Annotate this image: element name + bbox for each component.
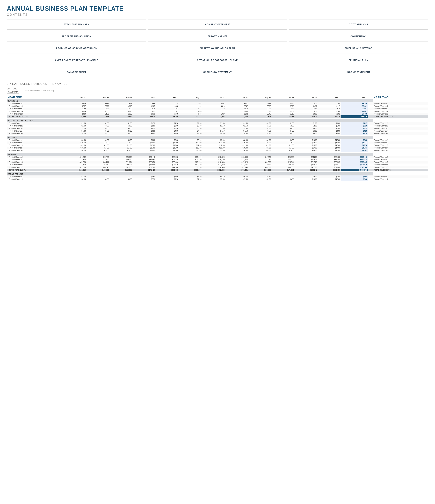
month-header-jul-27: Jul-27: [202, 96, 225, 99]
start-date-label: START DATE: [7, 88, 19, 90]
nav-item-3-year-sales-forecast---blank[interactable]: 3-YEAR SALES FORECAST - BLANK: [148, 55, 287, 65]
month-header-aug-27: Aug-27: [179, 96, 202, 99]
section-header: UNIT PRICE: [7, 136, 428, 139]
month-header-jun-27: Jun-27: [225, 96, 248, 99]
month-header-sep-27: Sep-27: [156, 96, 179, 99]
forecast-table: YEAR ONE TOTAL Dec-27Nov-27Oct-27Sep-27A…: [7, 96, 428, 180]
table-row: Product / Service 5$29,600$43,840$31,180…: [7, 166, 428, 169]
table-row: Product / Service 2173732794019390524882…: [7, 105, 428, 108]
nav-item-problem-and-solution[interactable]: PROBLEM AND SOLUTION: [7, 31, 146, 42]
month-header-oct-27: Oct-27: [133, 96, 156, 99]
section-header: UNITS SOLD: [7, 99, 428, 102]
month-header-apr-27: Apr-27: [272, 96, 295, 99]
table-row: Product / Service 4$17,760$27,570$39,195…: [7, 163, 428, 166]
month-header-feb-27: Feb-27: [318, 96, 341, 99]
table-row: Product / Service 2$2.00$2.00$2.00$2.50$…: [7, 125, 428, 127]
year-two-header: YEAR TWO: [373, 96, 428, 99]
nav-item-3-year-sales-forecast---example[interactable]: 3-YEAR SALES FORECAST - EXAMPLE: [7, 55, 146, 65]
table-row: Product / Service 5$5.00$5.00$5.00$5.50$…: [7, 132, 428, 135]
navigation-grid: EXECUTIVE SUMMARYCOMPANY OVERVIEWSWOT AN…: [7, 19, 428, 77]
contents-heading: CONTENTS: [7, 13, 428, 17]
table-row: Product / Service 3$35,388$33,144$21,624…: [7, 161, 428, 163]
total-row: TOTAL UNITS SOLD Y19,12913,62812,53913,9…: [7, 115, 428, 118]
total-header: TOTAL: [63, 96, 87, 99]
nav-item-product-or-service-offerings[interactable]: PRODUCT OR SERVICE OFFERINGS: [7, 43, 146, 54]
table-row: Product / Service 4$4.00$4.00$4.00$4.50$…: [7, 130, 428, 132]
table-row: Product / Service 1$14,232$28,456$20,368…: [7, 156, 428, 158]
nav-item-balance-sheet[interactable]: BALANCE SHEET: [7, 67, 146, 77]
nav-item-cash-flow-statement[interactable]: CASH FLOW STATEMENT: [148, 67, 287, 77]
table-row: Product / Service 3294927621802183827532…: [7, 108, 428, 110]
table-row: Product / Service 2$8.00$8.00$8.00$7.50$…: [7, 178, 428, 180]
table-row: Product / Service 1177935572546355541741…: [7, 102, 428, 105]
table-row: Product / Service 1$7.00$7.00$7.00$6.50$…: [7, 175, 428, 178]
table-row: Product / Service 4118418382613207317023…: [7, 110, 428, 113]
nav-item-marketing-and-sales-plan[interactable]: MARKETING AND SALES PLAN: [148, 43, 287, 54]
note-text: * User to complete non-shaded cells, onl…: [23, 90, 55, 92]
month-header-jan-27: Jan-27: [341, 96, 368, 99]
table-row: Product / Service 3$12.00$12.00$12.00$12…: [7, 144, 428, 147]
table-row: Product / Service 1$8.00$8.00$8.00$8.00$…: [7, 139, 428, 142]
main-title: ANNUAL BUSINESS PLAN TEMPLATE: [7, 5, 428, 12]
month-header-mar-27: Mar-27: [295, 96, 318, 99]
table-row: Product / Service 1$1.00$1.00$1.00$1.50$…: [7, 122, 428, 125]
nav-item-target-market[interactable]: TARGET MARKET: [148, 31, 287, 42]
section-header: UNIT COST OF GOODS | COGS: [7, 119, 428, 122]
table-row: Product / Service 5148021921559253922392…: [7, 113, 428, 115]
total-row: TOTAL REVENUE Y1$114,350$165,800$152,557…: [7, 169, 428, 171]
month-header-nov-27: Nov-27: [109, 96, 133, 99]
table-row: Product / Service 2$10.00$10.00$10.00$10…: [7, 142, 428, 144]
table-row: Product / Service 2$17,370$32,790$40,190…: [7, 158, 428, 161]
nav-item-swot-analysis[interactable]: SWOT ANALYSIS: [289, 19, 428, 29]
section-header: REVENUE: [7, 153, 428, 156]
month-header-may-27: May-27: [248, 96, 272, 99]
month-header-dec-27: Dec-27: [87, 96, 110, 99]
table-row: Product / Service 3$3.00$3.00$3.00$3.50$…: [7, 127, 428, 130]
year-one-header: YEAR ONE: [7, 96, 63, 99]
table-row: Product / Service 4$15.00$15.00$15.00$15…: [7, 147, 428, 149]
forecast-header: START DATE 01/01/2027 * User to complete…: [7, 88, 428, 94]
table-row: Product / Service 5$20.00$20.00$20.00$20…: [7, 149, 428, 152]
forecast-section-title: 3-YEAR SALES FORECAST - EXAMPLE: [7, 82, 428, 86]
nav-item-income-statement[interactable]: INCOME STATEMENT: [289, 67, 428, 77]
nav-item-timeline-and-metrics[interactable]: TIMELINE AND METRICS: [289, 43, 428, 54]
nav-item-executive-summary[interactable]: EXECUTIVE SUMMARY: [7, 19, 146, 29]
nav-item-competition[interactable]: COMPETITION: [289, 31, 428, 42]
nav-item-company-overview[interactable]: COMPANY OVERVIEW: [148, 19, 287, 29]
start-date-value[interactable]: 01/01/2027: [7, 90, 19, 94]
nav-item-financial-plan[interactable]: FINANCIAL PLAN: [289, 55, 428, 65]
section-header: MARGIN PER UNIT: [7, 172, 428, 175]
